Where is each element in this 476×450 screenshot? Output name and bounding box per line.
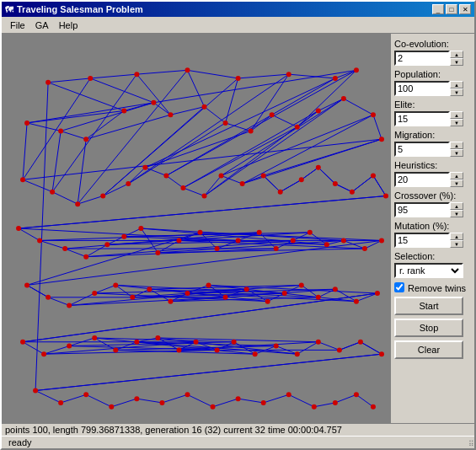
population-spinner: ▲ ▼ <box>394 81 471 96</box>
elite-up[interactable]: ▲ <box>450 111 463 119</box>
remove-twins-label: Remove twins <box>408 283 466 293</box>
migration-input[interactable] <box>394 142 450 157</box>
crossover-label: Crossover (%): <box>394 190 471 201</box>
main-content: Co-evolution: ▲ ▼ Population: ▲ ▼ Elite: <box>2 34 474 423</box>
migration-spinner: ▲ ▼ <box>394 142 471 157</box>
status-ready-text: ready <box>5 437 35 448</box>
heuristics-down[interactable]: ▼ <box>450 179 463 187</box>
remove-twins-row: Remove twins <box>394 281 471 293</box>
co-evolution-label: Co-evolution: <box>394 39 471 49</box>
window-title: Traveling Salesman Problem <box>17 4 143 14</box>
menu-bar: File GA Help <box>2 17 474 34</box>
menu-help[interactable]: Help <box>54 19 83 32</box>
start-button[interactable]: Start <box>394 297 463 315</box>
population-input[interactable] <box>394 81 450 96</box>
mutation-label: Mutation (%): <box>394 221 471 231</box>
ready-bar: ready ⠿ <box>2 436 474 448</box>
title-bar-controls: _ □ ✕ <box>432 4 471 14</box>
mutation-down[interactable]: ▼ <box>450 240 463 248</box>
migration-label: Migration: <box>394 130 471 140</box>
elite-input[interactable] <box>394 111 450 126</box>
remove-twins-checkbox[interactable] <box>394 282 404 292</box>
mutation-up[interactable]: ▲ <box>450 233 463 240</box>
elite-label: Elite: <box>394 99 471 110</box>
crossover-down[interactable]: ▼ <box>450 210 463 217</box>
clear-button[interactable]: Clear <box>394 340 463 359</box>
population-spinner-btns: ▲ ▼ <box>450 81 463 96</box>
elite-spinner: ▲ ▼ <box>394 111 471 126</box>
main-window: 🗺 Traveling Salesman Problem _ □ ✕ File … <box>0 0 476 450</box>
crossover-spinner: ▲ ▼ <box>394 202 471 217</box>
status-bar: points 100, length 799.36871338, generat… <box>2 423 474 436</box>
co-evolution-input[interactable] <box>394 51 450 66</box>
maximize-button[interactable]: □ <box>446 4 457 14</box>
title-bar-text: 🗺 Traveling Salesman Problem <box>5 4 143 14</box>
population-up[interactable]: ▲ <box>450 81 463 88</box>
crossover-spinner-btns: ▲ ▼ <box>450 202 463 217</box>
population-down[interactable]: ▼ <box>450 88 463 96</box>
selection-select[interactable]: r. rank tournament roulette <box>394 263 463 278</box>
resize-grip[interactable]: ⠿ <box>464 438 474 448</box>
heuristics-spinner: ▲ ▼ <box>394 172 471 187</box>
crossover-up[interactable]: ▲ <box>450 202 463 210</box>
mutation-input[interactable] <box>394 233 450 248</box>
tsp-canvas[interactable] <box>2 34 390 423</box>
migration-spinner-btns: ▲ ▼ <box>450 142 463 157</box>
canvas-area[interactable] <box>2 34 390 423</box>
migration-down[interactable]: ▼ <box>450 149 463 157</box>
mutation-spinner-btns: ▲ ▼ <box>450 233 463 248</box>
right-panel: Co-evolution: ▲ ▼ Population: ▲ ▼ Elite: <box>390 34 474 423</box>
title-bar: 🗺 Traveling Salesman Problem _ □ ✕ <box>2 2 474 17</box>
co-evolution-up[interactable]: ▲ <box>450 51 463 58</box>
selection-row: r. rank tournament roulette <box>394 263 471 278</box>
elite-spinner-btns: ▲ ▼ <box>450 111 463 126</box>
close-button[interactable]: ✕ <box>459 4 471 14</box>
migration-up[interactable]: ▲ <box>450 142 463 149</box>
co-evolution-down[interactable]: ▼ <box>450 58 463 66</box>
mutation-spinner: ▲ ▼ <box>394 233 471 248</box>
population-label: Population: <box>394 69 471 79</box>
crossover-input[interactable] <box>394 202 450 217</box>
window-icon: 🗺 <box>5 5 13 14</box>
menu-ga[interactable]: GA <box>30 19 54 32</box>
heuristics-up[interactable]: ▲ <box>450 172 463 179</box>
status-main-text: points 100, length 799.36871338, generat… <box>5 425 471 435</box>
minimize-button[interactable]: _ <box>432 4 444 14</box>
menu-file[interactable]: File <box>5 19 30 32</box>
co-evolution-spinner-btns: ▲ ▼ <box>450 51 463 66</box>
heuristics-spinner-btns: ▲ ▼ <box>450 172 463 187</box>
co-evolution-spinner: ▲ ▼ <box>394 51 471 66</box>
heuristics-input[interactable] <box>394 172 450 187</box>
selection-label: Selection: <box>394 251 471 261</box>
elite-down[interactable]: ▼ <box>450 119 463 126</box>
heuristics-label: Heuristics: <box>394 160 471 170</box>
stop-button[interactable]: Stop <box>394 319 463 337</box>
